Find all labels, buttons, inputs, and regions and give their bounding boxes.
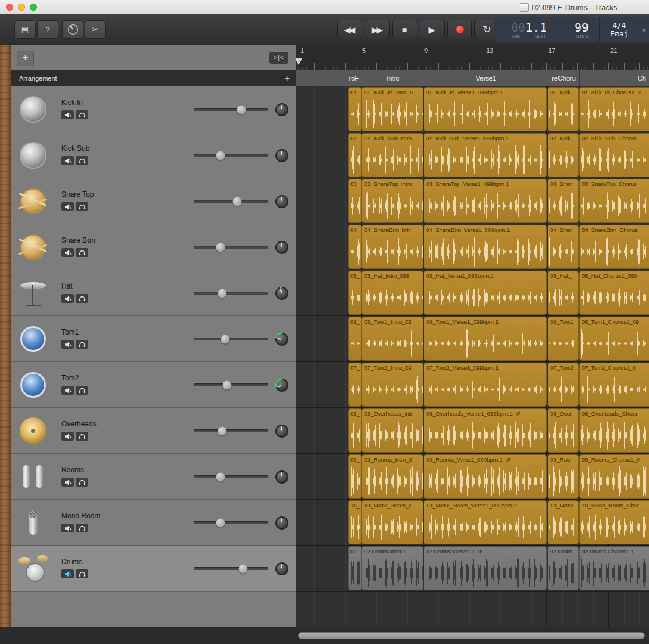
audio-region[interactable]: 04_SnareBtm_Chorus [579, 225, 649, 269]
audio-region[interactable]: 10_Mono [548, 500, 579, 544]
volume-slider[interactable] [194, 500, 268, 546]
forward-button[interactable]: ▶▶ [365, 20, 390, 39]
audio-region[interactable]: 10_Mono_Room_Verse1_099bpm.1 [424, 500, 547, 544]
arrangement-marker[interactable]: Intro [362, 70, 424, 86]
track-header-hat[interactable]: Hat [11, 270, 296, 316]
ruler[interactable]: 159131721 [296, 45, 649, 70]
track-header-overheads[interactable]: Overheads [11, 408, 296, 454]
audio-region[interactable]: 01_Kick_In_Chorus1_0 [579, 87, 649, 131]
slider-handle[interactable] [218, 426, 226, 435]
track-header-kick-in[interactable]: Kick In [11, 86, 296, 132]
audio-region[interactable]: 03_SnareTop_Intro [362, 179, 423, 223]
close-window-button[interactable] [6, 4, 13, 11]
audio-region[interactable]: 02_ [348, 133, 362, 177]
pan-knob[interactable] [275, 379, 288, 392]
slider-handle[interactable] [216, 243, 225, 252]
audio-region[interactable]: 01_ [348, 87, 362, 131]
track-header-snare-top[interactable]: Snare Top [11, 178, 296, 224]
audio-region[interactable]: 05_ [348, 271, 362, 315]
pan-knob[interactable] [275, 333, 288, 346]
pan-knob[interactable] [275, 241, 288, 254]
solo-button[interactable] [76, 340, 88, 349]
audio-region[interactable]: 08_Overheads_Choru [579, 408, 649, 453]
volume-slider[interactable] [194, 132, 268, 178]
audio-region[interactable]: 04 [348, 225, 362, 269]
volume-slider[interactable] [194, 224, 268, 270]
lcd-chevron[interactable]: ∨ [639, 17, 649, 42]
add-track-button[interactable]: + [17, 51, 34, 66]
pan-knob[interactable] [275, 149, 288, 162]
volume-slider[interactable] [194, 408, 268, 454]
mute-button[interactable] [61, 110, 74, 119]
slider-handle[interactable] [216, 518, 225, 527]
audio-region[interactable]: 02 Drums Verse1.1↺ [424, 546, 547, 590]
audio-region[interactable]: 05_Hat_Chorus1_099 [579, 271, 649, 315]
arrangement-marker[interactable]: Ch [579, 70, 649, 86]
track-zoom-fit-button[interactable]: >|< [269, 52, 288, 64]
solo-button[interactable] [76, 248, 88, 257]
audio-region[interactable]: 02 Drums Chorus1.1 [579, 546, 649, 590]
audio-region[interactable]: 02 Drum [548, 546, 579, 590]
audio-region[interactable]: 10_Mono_Room_I [362, 500, 423, 544]
track-header-snare-btm[interactable]: Snare Btm [11, 224, 296, 270]
library-button[interactable]: ▤ [14, 20, 36, 39]
audio-region[interactable]: 08_Overheads_Verse1_099bpm.1↺ [424, 408, 547, 453]
slider-handle[interactable] [232, 197, 241, 206]
playhead[interactable] [299, 65, 299, 627]
audio-region[interactable]: 07_Tom2_Chorus1_0 [579, 363, 649, 407]
slider-handle[interactable] [216, 472, 225, 481]
track-header-kick-sub[interactable]: Kick Sub [11, 132, 296, 178]
solo-button[interactable] [76, 294, 88, 303]
solo-button[interactable] [76, 156, 88, 165]
volume-slider[interactable] [194, 546, 268, 592]
minimize-window-button[interactable] [18, 4, 25, 11]
audio-region[interactable]: 10_ [348, 500, 362, 544]
volume-slider[interactable] [194, 86, 268, 132]
zoom-window-button[interactable] [30, 4, 37, 11]
audio-region[interactable]: 03_ [348, 179, 362, 223]
audio-region[interactable]: 02_Kick_Sub_Chorus_ [579, 133, 649, 177]
solo-button[interactable] [76, 202, 88, 211]
stop-button[interactable]: ■ [392, 20, 417, 39]
editor-button[interactable]: ✂ [85, 20, 106, 39]
audio-region[interactable]: 05_Hat_Verse1_099bpm.1 [424, 271, 547, 315]
mute-button[interactable] [61, 340, 74, 349]
audio-region[interactable]: 09_Rooms_Chorus1_0 [579, 454, 649, 499]
audio-region[interactable]: 08_Over [548, 408, 579, 453]
volume-slider[interactable] [194, 454, 268, 500]
audio-region[interactable]: 08_ [348, 408, 362, 453]
audio-region[interactable]: 04_SnareBtm_Verse1_099bpm.1 [424, 225, 547, 269]
volume-slider[interactable] [194, 316, 268, 362]
mute-button[interactable] [61, 524, 74, 532]
mute-button[interactable] [61, 294, 74, 303]
audio-region[interactable]: 01_Kick_In_Verse1_099bpm.1 [424, 87, 547, 131]
audio-region[interactable]: 05_Hat_Intro_099 [362, 271, 423, 315]
audio-region[interactable]: 02_Kick [548, 133, 579, 177]
slider-handle[interactable] [237, 105, 246, 114]
volume-slider[interactable] [194, 362, 268, 408]
audio-region[interactable]: 05_Hat_ [548, 271, 579, 315]
audio-region[interactable]: 07_Tom2_Verse1_099bpm.1 [424, 363, 547, 407]
audio-region[interactable]: 09_Rooms_Verse1_099bpm.1↺ [424, 454, 547, 499]
audio-region[interactable]: 02 Drums Intro.1 [362, 546, 423, 590]
arrangement-add-button[interactable]: + [285, 70, 290, 86]
track-header-rooms[interactable]: Rooms [11, 454, 296, 500]
track-header-mono-room[interactable]: Mono Room [11, 500, 296, 546]
audio-region[interactable]: 09_Rooms_Intro_0 [362, 454, 423, 499]
audio-region[interactable]: 08_Overheads_Intr [362, 408, 423, 453]
audio-region[interactable]: 06_Tom1 [548, 317, 579, 361]
mute-button[interactable] [61, 202, 74, 211]
lcd-display[interactable]: 001.1 BARBEAT 99 TEMPO 4/4 Emaj ∨ [494, 17, 649, 42]
volume-slider[interactable] [194, 270, 268, 316]
audio-region[interactable]: 03_SnareTop_Verse1_099bpm.1 [424, 179, 547, 223]
solo-button[interactable] [76, 432, 88, 441]
slider-handle[interactable] [218, 289, 226, 298]
arrangement-header[interactable]: Arrangement + [11, 70, 296, 86]
track-header-tom2[interactable]: Tom2 [11, 362, 296, 408]
audio-region[interactable]: 06_ [348, 317, 362, 361]
slider-handle[interactable] [221, 335, 229, 343]
mute-button[interactable] [61, 432, 74, 441]
solo-button[interactable] [76, 386, 88, 395]
mute-button[interactable] [61, 248, 74, 257]
rewind-button[interactable]: ◀◀ [337, 20, 362, 39]
